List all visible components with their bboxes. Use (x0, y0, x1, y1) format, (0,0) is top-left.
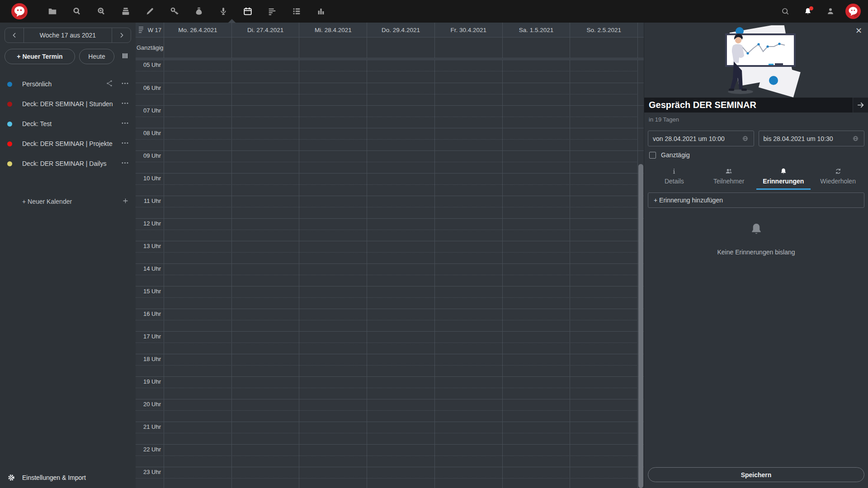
calendar-list-item[interactable]: Deck: Test (0, 114, 136, 134)
calendar-name: Persönlich (22, 80, 106, 88)
calendar-list-item[interactable]: Deck: DER SEMINAR | Dailys (0, 154, 136, 174)
time-grid: 05 Uhr06 Uhr07 Uhr08 Uhr09 Uhr10 Uhr11 U… (136, 60, 644, 488)
day-column[interactable] (231, 60, 299, 488)
tab-label: Details (665, 178, 684, 185)
reminders-empty-text: Keine Erinnerungen bislang (717, 249, 795, 256)
more-options-icon (121, 139, 129, 147)
allday-toggle[interactable]: Ganztägig (649, 151, 863, 159)
app-button-bar-chart[interactable] (309, 0, 333, 23)
hour-label: 10 Uhr (136, 175, 161, 182)
hour-label: 23 Uhr (136, 469, 161, 475)
user-avatar-button[interactable] (842, 0, 864, 23)
app-button-folder[interactable] (40, 0, 65, 23)
chevron-left-icon (11, 32, 18, 39)
event-title-input[interactable] (644, 98, 853, 113)
key-icon (170, 6, 179, 16)
event-start-input[interactable]: von 28.04.2021 um 10:00 (648, 131, 754, 146)
calendar-menu-button[interactable] (121, 119, 129, 129)
app-button-align-left[interactable] (260, 0, 284, 23)
allday-day-cell[interactable] (502, 38, 570, 58)
hour-label: 13 Uhr (136, 243, 161, 249)
calendar-week-view: W 17 Mo. 26.4.2021Di. 27.4.2021Mi. 28.4.… (136, 23, 644, 488)
add-calendar-button[interactable] (122, 197, 129, 206)
close-panel-button[interactable]: ✕ (855, 27, 862, 35)
calendar-menu-button[interactable] (121, 99, 129, 109)
allday-day-cell[interactable] (570, 38, 637, 58)
tab-erinnerungen[interactable]: Erinnerungen (756, 165, 811, 190)
money-bag-icon (194, 6, 204, 16)
add-reminder-button[interactable]: + Erinnerung hinzufügen (648, 192, 864, 208)
notification-badge (809, 6, 813, 10)
day-column[interactable] (164, 60, 231, 488)
event-title-row (644, 98, 868, 113)
more-options-icon (121, 79, 129, 88)
tab-label: Erinnerungen (763, 178, 804, 185)
topbar-apps (40, 0, 333, 23)
app-button-key[interactable] (162, 0, 187, 23)
contacts-button[interactable] (819, 0, 842, 23)
allday-day-cell[interactable] (231, 38, 299, 58)
allday-day-cell[interactable] (299, 38, 367, 58)
event-dates-row: von 28.04.2021 um 10:00 bis 28.04.2021 u… (648, 131, 864, 146)
nextcloud-logo[interactable] (11, 3, 28, 19)
allday-day-cell[interactable] (367, 38, 434, 58)
more-options-icon (121, 119, 129, 127)
app-button-calendar[interactable] (236, 0, 260, 23)
allday-day-cell[interactable] (434, 38, 502, 58)
new-calendar-label: + Neuer Kalender (22, 198, 122, 205)
calendar-list-item[interactable]: Deck: DER SEMINAR | Stunden (0, 94, 136, 114)
topbar-right (774, 0, 864, 23)
tab-repeat-icon (834, 167, 842, 175)
calendar-list-item[interactable]: Deck: DER SEMINAR | Projekte (0, 134, 136, 154)
calendar-menu-button[interactable] (121, 159, 129, 169)
calendar-menu-button[interactable] (121, 79, 129, 89)
app-button-archive[interactable] (113, 0, 138, 23)
vertical-scrollbar[interactable] (638, 164, 643, 488)
week-label[interactable]: Woche 17 aus 2021 (24, 28, 112, 42)
calendar-menu-button[interactable] (121, 139, 129, 149)
day-column[interactable] (502, 60, 570, 488)
title-submit-button[interactable] (853, 98, 868, 113)
allday-day-cell[interactable] (164, 38, 231, 58)
calendar-name: Deck: DER SEMINAR | Stunden (22, 100, 121, 108)
day-column[interactable] (570, 60, 638, 488)
app-button-pencil[interactable] (138, 0, 162, 23)
day-column[interactable] (299, 60, 367, 488)
allday-checkbox[interactable] (649, 152, 656, 159)
new-event-button[interactable]: + Neuer Termin (5, 49, 75, 64)
day-column[interactable] (434, 60, 502, 488)
tab-teilnehmer[interactable]: Teilnehmer (702, 165, 756, 190)
global-search-button[interactable] (774, 0, 797, 23)
calendar-name: Deck: DER SEMINAR | Dailys (22, 160, 121, 167)
plus-icon (122, 197, 129, 205)
settings-import-item[interactable]: Einstellungen & Import (0, 467, 136, 488)
bell-icon (749, 221, 764, 237)
app-button-bullet-list[interactable] (284, 0, 309, 23)
globe-icon[interactable] (741, 135, 749, 142)
globe-icon[interactable] (852, 135, 859, 142)
calendar-share-button[interactable] (106, 80, 113, 89)
previous-week-button[interactable] (5, 28, 24, 42)
new-calendar-item[interactable]: + Neuer Kalender (0, 192, 136, 211)
app-button-money-bag[interactable] (187, 0, 211, 23)
event-end-input[interactable]: bis 28.04.2021 um 10:30 (759, 131, 865, 146)
event-end-value: bis 28.04.2021 um 10:30 (764, 135, 833, 142)
hour-label: 21 Uhr (136, 423, 161, 430)
presentation-illustration-svg (700, 25, 813, 98)
next-week-button[interactable] (112, 28, 131, 42)
calendar-list-item[interactable]: Persönlich (0, 74, 136, 94)
tab-wiederholen[interactable]: Wiederholen (811, 165, 865, 190)
notifications-button[interactable] (797, 0, 819, 23)
tab-details[interactable]: Details (647, 165, 702, 190)
day-column[interactable] (367, 60, 434, 488)
save-button[interactable]: Speichern (648, 467, 864, 482)
tab-bell-icon (779, 167, 788, 175)
today-button[interactable]: Heute (79, 49, 114, 64)
app-button-search[interactable] (65, 0, 89, 23)
calendar-color-dot (7, 102, 12, 107)
app-button-search-plus[interactable] (89, 0, 113, 23)
hour-label: 18 Uhr (136, 356, 161, 362)
topbar (0, 0, 868, 23)
columns-grid-icon (121, 52, 129, 60)
view-switcher-button[interactable] (118, 49, 131, 64)
